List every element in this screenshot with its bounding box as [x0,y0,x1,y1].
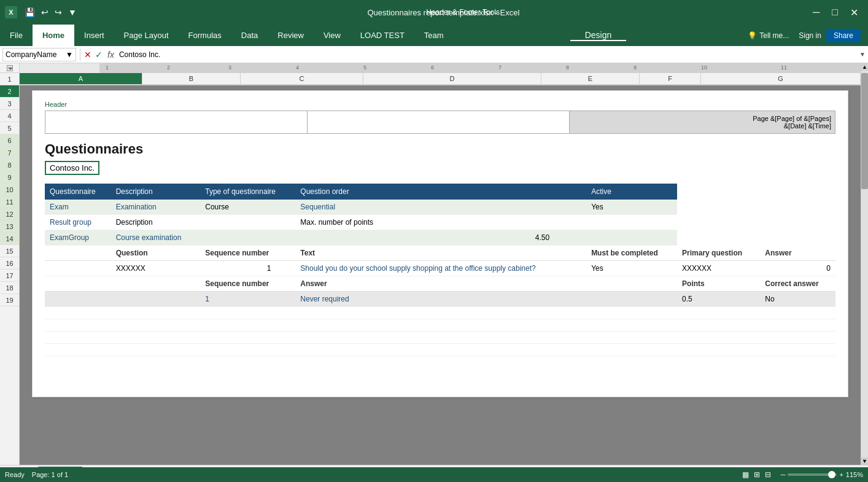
sequential-label: Sequential [300,203,335,211]
zoom-thumb[interactable] [828,471,835,478]
scroll-thumb[interactable] [861,73,868,189]
name-box[interactable]: CompanyName ▼ [2,48,76,61]
sheet-content[interactable]: Header Page &[Page] of &[Pages] &[Date] … [20,85,861,465]
column-headers: A B C D E F G [20,73,861,85]
row-1[interactable]: 1 [0,73,19,85]
row-18[interactable]: 18 [0,282,19,294]
max-points-label: Max. number of points [300,218,373,227]
formula-input[interactable] [119,50,859,59]
col-a[interactable]: A [20,73,142,84]
row-17[interactable]: 17 [0,270,19,282]
ans-correct-val: No [765,295,774,303]
vertical-scrollbar[interactable]: ▲ ▼ [861,63,868,465]
select-all-button[interactable] [7,65,13,71]
row-12[interactable]: 12 [0,208,19,220]
tab-file[interactable]: File [0,25,33,46]
row-5[interactable]: 5 [0,122,19,134]
zoom-in-button[interactable]: + [839,471,843,478]
answer-val: 0 [826,264,831,273]
name-box-dropdown-icon[interactable]: ▼ [66,50,73,59]
share-button[interactable]: Share [826,29,861,42]
close-button[interactable]: ✕ [845,6,863,20]
page-info: Page: 1 of 1 [32,471,68,478]
zoom-level[interactable]: 115% [846,471,863,478]
tab-formulas[interactable]: Formulas [179,25,231,46]
zoom-slider[interactable] [788,473,837,476]
row-8[interactable]: 8 [0,159,19,171]
maximize-button[interactable]: □ [827,6,843,19]
ans-answer-header: Answer [300,279,327,288]
date-formula: &[Date] &[Time] [784,122,831,130]
exam-group-label: ExamGroup [50,233,89,242]
col-b[interactable]: B [142,73,241,84]
col-e[interactable]: E [541,73,640,84]
row-10[interactable]: 10 [0,184,19,196]
expand-formula-icon[interactable]: ▼ [859,51,866,58]
col-g[interactable]: G [701,73,861,84]
tab-data[interactable]: Data [231,25,268,46]
row-3[interactable]: 3 [0,98,19,110]
customize-button[interactable]: ▼ [66,6,79,18]
row-numbers: 1 2 3 4 5 6 7 8 9 10 11 12 13 14 15 16 1… [0,73,19,306]
tell-me-button[interactable]: 💡 Tell me... [743,29,794,42]
tab-review[interactable]: Review [268,25,314,46]
answer-col-label: Answer [765,249,791,257]
row-6[interactable]: 6 [0,134,19,147]
sign-in-button[interactable]: Sign in [799,31,821,40]
ans-seqnum-val: 1 [205,295,209,303]
data-table: Questionnaire Description Type of questi… [45,184,835,356]
row-4[interactable]: 4 [0,110,19,122]
company-name-cell[interactable]: Contoso Inc. [45,161,99,175]
tab-design[interactable]: Design [570,30,627,41]
tab-home[interactable]: Home [33,25,74,46]
tab-page-layout[interactable]: Page Layout [114,25,179,46]
row-19[interactable]: 19 [0,294,19,306]
zoom-out-button[interactable]: ─ [781,471,786,478]
ans-points-val: 0.5 [682,295,692,303]
col-description: Description [111,184,201,200]
header-box-right[interactable]: Page &[Page] of &[Pages] &[Date] &[Time] [570,111,835,133]
ready-status: Ready [5,471,25,478]
question-col-label: Question [116,249,148,257]
col-d[interactable]: D [363,73,541,84]
col-c[interactable]: C [241,73,363,84]
row-7[interactable]: 7 [0,147,19,159]
col-questionnaire: Questionnaire [45,184,111,200]
must-complete-val: Yes [591,264,603,273]
row-2[interactable]: 2 [0,85,19,98]
result-group-row: Result group Description Max. number of … [45,215,835,230]
tab-insert[interactable]: Insert [74,25,114,46]
col-f[interactable]: F [640,73,701,84]
description-label: Description [116,218,153,227]
row-15[interactable]: 15 [0,245,19,257]
normal-view-icon[interactable]: ▦ [742,470,749,479]
max-points-value: 4.50 [535,233,549,242]
scroll-down-button[interactable]: ▼ [861,457,868,465]
header-section: Header Page &[Page] of &[Pages] &[Date] … [45,101,835,134]
answer-data-row: 1 Never required 0.5 No [45,292,835,307]
tab-load-test[interactable]: LOAD TEST [351,25,414,46]
header-box-center[interactable] [308,111,570,133]
must-be-completed-label: Must be completed [591,249,672,257]
redo-button[interactable]: ↪ [52,6,64,18]
row-16[interactable]: 16 [0,257,19,270]
page-break-view-icon[interactable]: ⊟ [765,470,771,479]
scroll-up-button[interactable]: ▲ [861,63,868,71]
row-13[interactable]: 13 [0,220,19,233]
row-11[interactable]: 11 [0,196,19,208]
cancel-formula-icon[interactable]: ✕ [84,50,91,60]
page-formula: Page &[Page] of &[Pages] [753,115,831,122]
undo-button[interactable]: ↩ [39,6,51,18]
excel-icon: X [5,6,17,18]
header-box-left[interactable] [45,111,308,133]
minimize-button[interactable]: ─ [808,6,824,19]
confirm-formula-icon[interactable]: ✓ [95,50,103,60]
title-bar: X 💾 ↩ ↪ ▼ Questionnaires report template… [0,0,868,25]
row-14[interactable]: 14 [0,233,19,245]
row-9[interactable]: 9 [0,171,19,184]
save-button[interactable]: 💾 [22,6,37,18]
tab-team[interactable]: Team [414,25,454,46]
page-layout-view-icon[interactable]: ⊞ [754,470,760,479]
tab-view[interactable]: View [314,25,351,46]
formula-bar: CompanyName ▼ ✕ ✓ fx ▼ [0,46,868,63]
